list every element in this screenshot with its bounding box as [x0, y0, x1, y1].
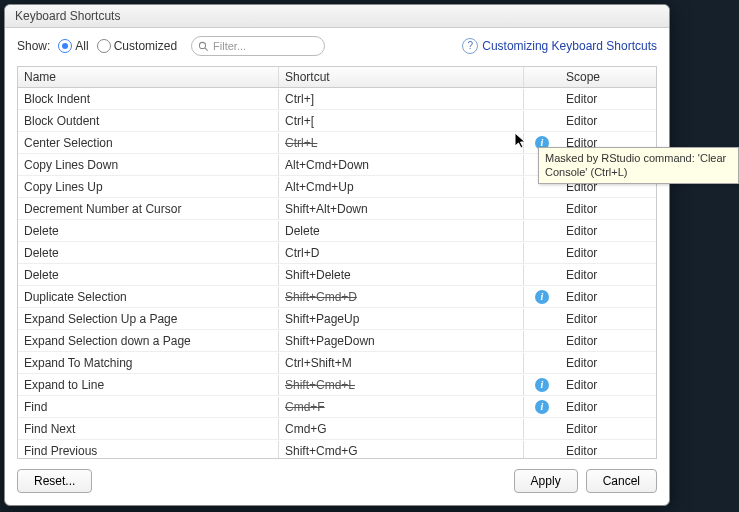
svg-point-0: [199, 42, 205, 48]
cell-shortcut[interactable]: Ctrl+]: [279, 89, 524, 109]
cell-shortcut[interactable]: Ctrl+[: [279, 111, 524, 131]
cell-name: Find: [18, 397, 279, 417]
radio-all-label: All: [75, 39, 88, 53]
apply-button[interactable]: Apply: [514, 469, 578, 493]
cell-scope: Editor: [560, 199, 656, 219]
show-radio-group: All Customized: [58, 39, 177, 53]
table-row[interactable]: Block IndentCtrl+]Editor: [18, 88, 656, 110]
cell-shortcut[interactable]: Alt+Cmd+Down: [279, 155, 524, 175]
cell-info: [524, 316, 560, 322]
cell-shortcut[interactable]: Shift+PageUp: [279, 309, 524, 329]
table-body: Block IndentCtrl+]EditorBlock OutdentCtr…: [18, 88, 656, 458]
info-icon[interactable]: i: [535, 290, 549, 304]
cell-shortcut[interactable]: Cmd+G: [279, 419, 524, 439]
help-link[interactable]: ? Customizing Keyboard Shortcuts: [462, 38, 657, 54]
radio-customized[interactable]: Customized: [97, 39, 177, 53]
radio-icon: [58, 39, 72, 53]
cell-name: Copy Lines Down: [18, 155, 279, 175]
shortcuts-table: Name Shortcut Scope Block IndentCtrl+]Ed…: [17, 66, 657, 459]
cell-scope: Editor: [560, 397, 656, 417]
cell-shortcut[interactable]: Shift+Delete: [279, 265, 524, 285]
cell-name: Delete: [18, 221, 279, 241]
cell-name: Decrement Number at Cursor: [18, 199, 279, 219]
table-header: Name Shortcut Scope: [18, 67, 656, 88]
info-icon[interactable]: i: [535, 378, 549, 392]
col-header-info: [524, 67, 560, 87]
col-header-name[interactable]: Name: [18, 67, 279, 87]
cell-name: Expand To Matching: [18, 353, 279, 373]
cell-name: Block Indent: [18, 89, 279, 109]
radio-all[interactable]: All: [58, 39, 88, 53]
table-row[interactable]: DeleteDeleteEditor: [18, 220, 656, 242]
cell-name: Expand to Line: [18, 375, 279, 395]
cell-scope: Editor: [560, 243, 656, 263]
cell-info: [524, 426, 560, 432]
filter-search[interactable]: [191, 36, 325, 56]
cell-info: [524, 250, 560, 256]
table-row[interactable]: Find PreviousShift+Cmd+GEditor: [18, 440, 656, 458]
cell-name: Delete: [18, 243, 279, 263]
cell-name: Find Previous: [18, 441, 279, 459]
cell-info: [524, 184, 560, 190]
cell-shortcut[interactable]: Ctrl+D: [279, 243, 524, 263]
cancel-button[interactable]: Cancel: [586, 469, 657, 493]
cell-info: [524, 228, 560, 234]
search-icon: [198, 41, 209, 52]
cell-scope: Editor: [560, 287, 656, 307]
masked-tooltip: Masked by RStudio command: 'Clear Consol…: [538, 147, 739, 184]
cell-name: Expand Selection down a Page: [18, 331, 279, 351]
cell-name: Copy Lines Up: [18, 177, 279, 197]
table-row[interactable]: Expand Selection down a PageShift+PageDo…: [18, 330, 656, 352]
cell-info: i: [524, 286, 560, 307]
cell-info: [524, 338, 560, 344]
col-header-scope[interactable]: Scope: [560, 67, 656, 87]
cell-info: [524, 118, 560, 124]
show-label: Show:: [17, 39, 50, 53]
cell-info: [524, 206, 560, 212]
table-row[interactable]: DeleteCtrl+DEditor: [18, 242, 656, 264]
table-row[interactable]: Expand To MatchingCtrl+Shift+MEditor: [18, 352, 656, 374]
cell-shortcut[interactable]: Shift+Cmd+L: [279, 375, 524, 395]
cell-info: i: [524, 374, 560, 395]
info-icon[interactable]: i: [535, 400, 549, 414]
cell-shortcut[interactable]: Shift+Cmd+G: [279, 441, 524, 459]
cell-info: [524, 448, 560, 454]
cell-scope: Editor: [560, 441, 656, 459]
cell-info: [524, 360, 560, 366]
cell-scope: Editor: [560, 111, 656, 131]
cell-shortcut[interactable]: Alt+Cmd+Up: [279, 177, 524, 197]
table-row[interactable]: Duplicate SelectionShift+Cmd+DiEditor: [18, 286, 656, 308]
table-row[interactable]: Expand Selection Up a PageShift+PageUpEd…: [18, 308, 656, 330]
cell-info: [524, 272, 560, 278]
reset-button[interactable]: Reset...: [17, 469, 92, 493]
cell-shortcut[interactable]: Delete: [279, 221, 524, 241]
table-row[interactable]: Find NextCmd+GEditor: [18, 418, 656, 440]
cell-shortcut[interactable]: Ctrl+L: [279, 133, 524, 153]
cell-shortcut[interactable]: Cmd+F: [279, 397, 524, 417]
cell-shortcut[interactable]: Shift+Alt+Down: [279, 199, 524, 219]
filter-input[interactable]: [209, 39, 305, 53]
toolbar: Show: All Customized ? Customizing Keybo…: [5, 28, 669, 62]
cell-scope: Editor: [560, 331, 656, 351]
keyboard-shortcuts-dialog: Keyboard Shortcuts Show: All Customized …: [4, 4, 670, 506]
cell-shortcut[interactable]: Ctrl+Shift+M: [279, 353, 524, 373]
dialog-footer: Reset... Apply Cancel: [5, 459, 669, 505]
cell-scope: Editor: [560, 353, 656, 373]
table-row[interactable]: DeleteShift+DeleteEditor: [18, 264, 656, 286]
cell-name: Expand Selection Up a Page: [18, 309, 279, 329]
cell-name: Find Next: [18, 419, 279, 439]
cell-name: Duplicate Selection: [18, 287, 279, 307]
cell-shortcut[interactable]: Shift+PageDown: [279, 331, 524, 351]
radio-icon: [97, 39, 111, 53]
svg-line-1: [205, 47, 208, 50]
table-row[interactable]: Block OutdentCtrl+[Editor: [18, 110, 656, 132]
col-header-shortcut[interactable]: Shortcut: [279, 67, 524, 87]
table-row[interactable]: Decrement Number at CursorShift+Alt+Down…: [18, 198, 656, 220]
table-row[interactable]: Expand to LineShift+Cmd+LiEditor: [18, 374, 656, 396]
cell-info: [524, 96, 560, 102]
cell-scope: Editor: [560, 309, 656, 329]
cell-shortcut[interactable]: Shift+Cmd+D: [279, 287, 524, 307]
cell-scope: Editor: [560, 221, 656, 241]
table-row[interactable]: FindCmd+FiEditor: [18, 396, 656, 418]
help-icon: ?: [462, 38, 478, 54]
